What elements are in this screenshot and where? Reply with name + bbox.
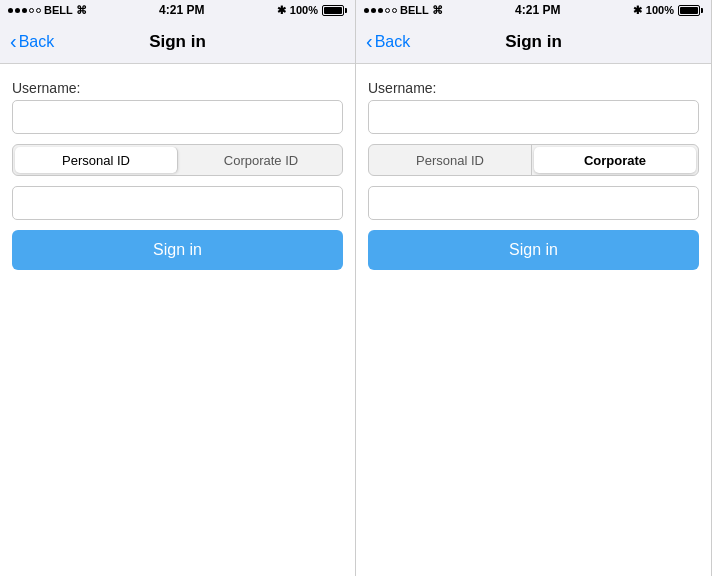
content-left: Username: Personal ID Corporate ID Sign … <box>0 64 355 576</box>
dot-5 <box>36 8 41 13</box>
segment-corporate-right[interactable]: Corporate <box>534 147 696 173</box>
username-label-right: Username: <box>368 80 699 96</box>
dot-3 <box>22 8 27 13</box>
signal-dots <box>8 8 41 13</box>
dot-r4 <box>385 8 390 13</box>
back-label-right: Back <box>375 33 411 51</box>
wifi-icon-right: ⌘ <box>432 4 443 17</box>
back-button-left[interactable]: ‹ Back <box>10 32 54 51</box>
back-chevron-icon-right: ‹ <box>366 31 373 51</box>
signin-button-left[interactable]: Sign in <box>12 230 343 270</box>
segmented-control-right: Personal ID Corporate <box>368 144 699 176</box>
segment-corporate-label-left: Corporate ID <box>224 153 298 168</box>
carrier-label: BELL <box>44 4 73 16</box>
segment-personal-label-left: Personal ID <box>62 153 130 168</box>
content-right: Username: Personal ID Corporate Sign in <box>356 64 711 576</box>
battery-fill <box>324 7 342 14</box>
username-input-left[interactable] <box>12 100 343 134</box>
segment-personal-right[interactable]: Personal ID <box>369 145 532 175</box>
username-label-left: Username: <box>12 80 343 96</box>
dot-4 <box>29 8 34 13</box>
bluetooth-icon: ✱ <box>277 4 286 17</box>
dot-1 <box>8 8 13 13</box>
username-input-right[interactable] <box>368 100 699 134</box>
dot-r2 <box>371 8 376 13</box>
battery-body <box>322 5 344 16</box>
battery-percent: 100% <box>290 4 318 16</box>
battery-icon <box>322 5 347 16</box>
status-right-right: ✱ 100% <box>633 4 703 17</box>
battery-icon-right <box>678 5 703 16</box>
signin-button-right[interactable]: Sign in <box>368 230 699 270</box>
carrier-label-right: BELL <box>400 4 429 16</box>
username-group-right: Username: <box>368 80 699 134</box>
signal-dots-right <box>364 8 397 13</box>
status-left: BELL ⌘ <box>8 4 87 17</box>
nav-title-right: Sign in <box>505 32 562 52</box>
username-group-left: Username: <box>12 80 343 134</box>
phone-screen-left: BELL ⌘ 4:21 PM ✱ 100% ‹ Back Sign in Use… <box>0 0 356 576</box>
status-bar-right: BELL ⌘ 4:21 PM ✱ 100% <box>356 0 711 20</box>
battery-tip-right <box>701 8 703 13</box>
dot-r5 <box>392 8 397 13</box>
status-right: ✱ 100% <box>277 4 347 17</box>
segment-corporate-label-right: Corporate <box>584 153 646 168</box>
back-button-right[interactable]: ‹ Back <box>366 32 410 51</box>
segment-corporate-left[interactable]: Corporate ID <box>180 145 342 175</box>
status-left-right: BELL ⌘ <box>364 4 443 17</box>
battery-tip <box>345 8 347 13</box>
bluetooth-icon-right: ✱ <box>633 4 642 17</box>
battery-fill-right <box>680 7 698 14</box>
nav-title-left: Sign in <box>149 32 206 52</box>
password-input-left[interactable] <box>12 186 343 220</box>
nav-bar-right: ‹ Back Sign in <box>356 20 711 64</box>
dot-r1 <box>364 8 369 13</box>
wifi-icon: ⌘ <box>76 4 87 17</box>
back-chevron-icon: ‹ <box>10 31 17 51</box>
segmented-control-left: Personal ID Corporate ID <box>12 144 343 176</box>
time-display: 4:21 PM <box>159 3 204 17</box>
time-display-right: 4:21 PM <box>515 3 560 17</box>
battery-body-right <box>678 5 700 16</box>
phone-screen-right: BELL ⌘ 4:21 PM ✱ 100% ‹ Back Sign in Use… <box>356 0 712 576</box>
segment-personal-left[interactable]: Personal ID <box>15 147 178 173</box>
nav-bar-left: ‹ Back Sign in <box>0 20 355 64</box>
dot-r3 <box>378 8 383 13</box>
back-label-left: Back <box>19 33 55 51</box>
password-input-right[interactable] <box>368 186 699 220</box>
segment-personal-label-right: Personal ID <box>416 153 484 168</box>
dot-2 <box>15 8 20 13</box>
status-bar-left: BELL ⌘ 4:21 PM ✱ 100% <box>0 0 355 20</box>
battery-percent-right: 100% <box>646 4 674 16</box>
